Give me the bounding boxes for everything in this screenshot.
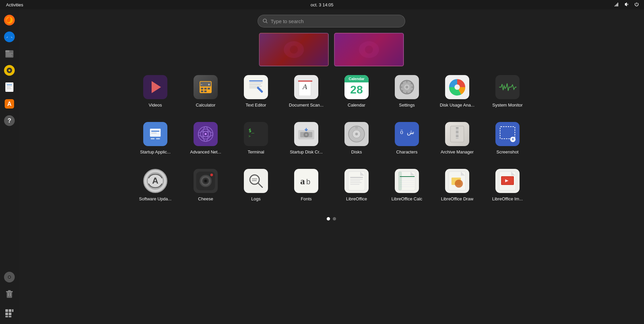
svg-rect-30 — [8, 290, 11, 291]
software-update-icon: A — [143, 169, 167, 193]
svg-rect-139 — [400, 178, 415, 179]
system-monitor-icon — [495, 75, 520, 99]
app-item-calendar[interactable]: Calendar 28 Calendar — [331, 70, 382, 117]
workspaces — [259, 33, 404, 66]
page-dot-1[interactable] — [327, 217, 330, 220]
svg-point-121 — [205, 180, 207, 182]
app-item-system-monitor[interactable]: System Monitor — [482, 70, 533, 117]
app-item-fonts[interactable]: a b Fonts — [281, 164, 331, 210]
dock-item-writer[interactable] — [2, 80, 17, 94]
app-item-cheese[interactable]: Cheese — [180, 164, 231, 210]
app-item-startup-disk[interactable]: Startup Disk Cr... — [281, 117, 331, 164]
text-editor-icon — [244, 75, 268, 99]
libreoffice-impress-label: LibreOffice Im... — [492, 196, 523, 201]
svg-rect-142 — [400, 184, 415, 185]
svg-text:A: A — [152, 176, 159, 186]
dock-item-files[interactable] — [2, 46, 17, 61]
page-dot-2[interactable] — [333, 217, 336, 220]
startup-disk-icon — [294, 122, 318, 146]
app-item-advanced-net[interactable]: Advanced Net... — [180, 117, 231, 164]
svg-text:ش: ش — [407, 129, 414, 136]
svg-point-69 — [406, 86, 408, 88]
app-item-software-update[interactable]: A Software Upda... — [130, 164, 180, 210]
libreoffice-label: LibreOffice — [346, 196, 367, 201]
search-bar[interactable] — [258, 15, 405, 27]
svg-text:>: > — [249, 134, 251, 138]
svg-rect-52 — [208, 88, 210, 89]
svg-rect-58 — [249, 82, 263, 83]
libreoffice-icon — [344, 169, 369, 193]
app-item-document-scanner[interactable]: A Document Scan... — [281, 70, 331, 117]
svg-rect-144 — [398, 172, 402, 190]
svg-rect-35 — [12, 309, 13, 312]
app-item-logs[interactable]: Logs — [231, 164, 281, 210]
dock-item-trash[interactable] — [2, 286, 17, 301]
network-icon[interactable] — [612, 1, 621, 9]
app-item-screenshot[interactable]: + Screenshot — [482, 117, 533, 164]
svg-point-7 — [8, 35, 11, 39]
svg-rect-133 — [350, 179, 363, 180]
dock-item-thunderbird[interactable] — [2, 29, 17, 44]
svg-rect-104 — [456, 129, 459, 131]
svg-point-147 — [455, 180, 463, 188]
workspace-2[interactable] — [334, 33, 404, 66]
svg-line-41 — [266, 22, 268, 23]
svg-text:$_: $_ — [249, 128, 254, 133]
svg-rect-3 — [618, 3, 618, 6]
app-item-startup-apps[interactable]: Startup Applic... — [130, 117, 180, 164]
svg-rect-28 — [7, 292, 12, 298]
dock-item-rhythmbox[interactable] — [2, 63, 17, 78]
fonts-label: Fonts — [301, 196, 312, 201]
show-applications-button[interactable] — [2, 306, 17, 321]
svg-rect-32 — [10, 293, 11, 296]
videos-icon — [143, 75, 167, 99]
svg-rect-132 — [350, 177, 363, 178]
main-content: Videos + − — [19, 9, 644, 324]
workspace-1-content — [260, 34, 328, 66]
dock-item-optical[interactable] — [2, 270, 17, 284]
app-item-text-editor[interactable]: Text Editor — [231, 70, 281, 117]
startup-apps-icon — [143, 122, 167, 146]
activities-button[interactable]: Activities — [3, 0, 26, 9]
svg-text:+: + — [512, 136, 514, 142]
svg-rect-136 — [350, 184, 360, 185]
app-item-archive-manager[interactable]: Archive Manager — [432, 117, 482, 164]
search-icon — [263, 18, 268, 24]
svg-rect-10 — [6, 53, 13, 54]
app-item-terminal[interactable]: $_ > Terminal — [231, 117, 281, 164]
app-item-libreoffice-impress[interactable]: LibreOffice Im... — [482, 164, 533, 210]
workspace-1[interactable] — [259, 33, 329, 66]
dock-item-firefox[interactable] — [2, 13, 17, 27]
svg-point-96 — [355, 133, 358, 135]
app-item-videos[interactable]: Videos — [130, 70, 180, 117]
audio-icon[interactable] — [623, 1, 631, 9]
power-icon[interactable] — [633, 1, 641, 9]
dock-item-appstore[interactable]: A — [2, 96, 17, 111]
document-scanner-label: Document Scan... — [289, 103, 323, 108]
libreoffice-impress-icon — [495, 169, 520, 193]
app-item-libreoffice-calc[interactable]: LibreOffice Calc — [382, 164, 432, 210]
app-item-libreoffice-draw[interactable]: LibreOffice Draw — [432, 164, 482, 210]
search-input[interactable] — [271, 18, 400, 24]
svg-rect-77 — [151, 138, 155, 139]
disks-icon — [344, 122, 369, 146]
archive-manager-label: Archive Manager — [441, 149, 474, 154]
dock-item-help[interactable]: ? — [2, 113, 17, 128]
svg-rect-11 — [6, 54, 11, 55]
svg-rect-33 — [5, 309, 8, 312]
archive-manager-icon — [445, 122, 469, 146]
svg-rect-138 — [400, 176, 415, 177]
settings-icon — [395, 75, 419, 99]
libreoffice-calc-label: LibreOffice Calc — [391, 196, 422, 201]
svg-text:−: − — [201, 83, 203, 86]
svg-rect-55 — [208, 90, 210, 92]
app-item-libreoffice[interactable]: LibreOffice — [331, 164, 382, 210]
app-item-calculator[interactable]: + − Calculator — [180, 70, 231, 117]
app-item-disks[interactable]: Disks — [331, 117, 382, 164]
svg-rect-2 — [616, 4, 617, 6]
app-item-characters[interactable]: ö ش Characters — [382, 117, 432, 164]
dock: A ? — [0, 9, 19, 324]
app-item-disk-usage[interactable]: Disk Usage Ana... — [432, 70, 482, 117]
svg-rect-50 — [201, 88, 203, 89]
app-item-settings[interactable]: Settings — [382, 70, 432, 117]
